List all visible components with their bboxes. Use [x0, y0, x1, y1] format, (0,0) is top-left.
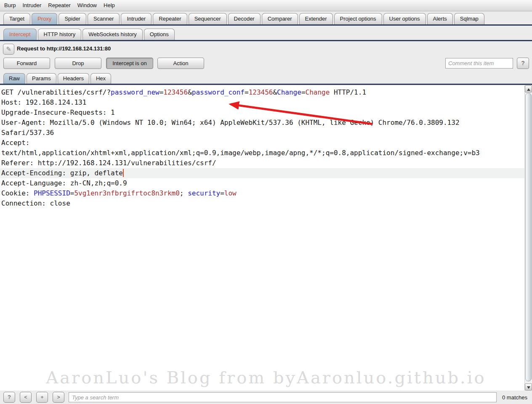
tab-decoder[interactable]: Decoder: [228, 13, 261, 24]
text-cursor: [123, 169, 124, 177]
menu-repeater[interactable]: Repeater: [45, 0, 74, 11]
tab-comparer[interactable]: Comparer: [262, 13, 298, 24]
search-input[interactable]: [69, 392, 497, 402]
request-line[interactable]: Referer: http://192.168.124.131/vulnerab…: [0, 158, 524, 168]
request-text-segment: security: [188, 189, 220, 197]
tab-http-history[interactable]: HTTP history: [38, 29, 82, 40]
forward-button[interactable]: Forward: [3, 58, 50, 69]
request-text-segment: Change: [277, 88, 301, 96]
tab-repeater[interactable]: Repeater: [153, 13, 187, 24]
matches-count-label: 0 matches: [502, 394, 527, 401]
request-text-segment: password_new: [111, 88, 160, 96]
request-text-segment: Accept-Language: zh-CN,zh;q=0.9: [1, 179, 127, 187]
menu-burp[interactable]: Burp: [1, 0, 19, 11]
search-help-button[interactable]: ?: [3, 392, 15, 403]
request-line[interactable]: Upgrade-Insecure-Requests: 1: [0, 108, 524, 118]
tab-headers[interactable]: Headers: [58, 73, 89, 84]
request-text-segment: PHPSESSID: [34, 189, 70, 197]
request-line[interactable]: Connection: close: [0, 198, 524, 209]
request-text-segment: Safari/537.36: [1, 129, 54, 137]
tab-proxy[interactable]: Proxy: [32, 13, 57, 24]
drop-button[interactable]: Drop: [55, 58, 101, 69]
request-text-segment: Accept-Encoding: gzip, deflate: [1, 169, 123, 177]
request-editor[interactable]: GET /vulnerabilities/csrf/?password_new=…: [0, 85, 524, 391]
request-text-segment: Host: 192.168.124.131: [1, 98, 86, 106]
request-line[interactable]: Safari/537.36: [0, 128, 524, 138]
search-case-button[interactable]: +: [36, 392, 48, 403]
menu-window[interactable]: Window: [74, 0, 100, 11]
tab-project-options[interactable]: Project options: [334, 13, 382, 24]
search-prev-button[interactable]: <: [20, 392, 32, 403]
edit-comment-button[interactable]: ✎: [3, 44, 14, 55]
tab-hex[interactable]: Hex: [90, 73, 111, 84]
scroll-up-button[interactable]: [525, 85, 532, 92]
request-text-segment: HTTP/1.1: [330, 88, 366, 96]
arrow-down-icon: [527, 386, 530, 389]
tab-websockets-history[interactable]: WebSockets history: [82, 29, 143, 40]
intercept-controls: Forward Drop Intercept is on Action ?: [0, 58, 532, 69]
message-tab-row: RawParamsHeadersHex: [0, 72, 532, 85]
search-bar: ? < + > 0 matches: [0, 391, 532, 404]
request-line[interactable]: Host: 192.168.124.131: [0, 98, 524, 108]
request-text-segment: 123456: [163, 88, 188, 96]
request-line[interactable]: Accept:: [0, 138, 524, 148]
request-text-segment: Accept:: [1, 139, 29, 147]
tab-sqlmap[interactable]: Sqlmap: [454, 13, 484, 24]
proxy-tab-row: InterceptHTTP historyWebSockets historyO…: [0, 26, 532, 41]
menu-help[interactable]: Help: [100, 0, 118, 11]
request-text-segment: Connection: close: [1, 199, 70, 207]
request-bar: ✎ Request to http://192.168.124.131:80: [0, 42, 532, 56]
request-text-segment: Upgrade-Insecure-Requests: 1: [1, 108, 115, 116]
request-line[interactable]: text/html,application/xhtml+xml,applicat…: [0, 148, 524, 158]
tab-target[interactable]: Target: [3, 13, 30, 24]
request-text-segment: password_conf: [192, 88, 245, 96]
menu-intruder[interactable]: Intruder: [19, 0, 45, 11]
tab-scanner[interactable]: Scanner: [88, 13, 120, 24]
menu-bar: BurpIntruderRepeaterWindowHelp: [0, 0, 532, 11]
tab-user-options[interactable]: User options: [383, 13, 426, 24]
scroll-down-button[interactable]: [525, 383, 532, 391]
request-text-segment: =: [220, 189, 224, 197]
request-line[interactable]: GET /vulnerabilities/csrf/?password_new=…: [0, 87, 524, 98]
scrollbar-thumb[interactable]: [525, 93, 532, 381]
help-button[interactable]: ?: [517, 58, 529, 69]
request-text-segment: &: [273, 88, 277, 96]
tab-alerts[interactable]: Alerts: [427, 13, 453, 24]
request-text-segment: text/html,application/xhtml+xml,applicat…: [1, 149, 480, 157]
request-text-segment: Referer: http://192.168.124.131/vulnerab…: [1, 159, 216, 167]
request-text-segment: Cookie:: [1, 189, 34, 197]
request-text-segment: ;: [180, 189, 188, 197]
request-text-segment: =: [301, 88, 306, 96]
tab-sequencer[interactable]: Sequencer: [189, 13, 227, 24]
tab-raw[interactable]: Raw: [3, 73, 25, 84]
tab-intercept[interactable]: Intercept: [3, 29, 37, 40]
request-text-segment: 5vg1enr3nfbrgifrtoc8n3rkm0: [74, 189, 179, 197]
request-text-segment: low: [224, 189, 237, 197]
request-line[interactable]: Cookie: PHPSESSID=5vg1enr3nfbrgifrtoc8n3…: [0, 188, 524, 198]
comment-input[interactable]: [445, 58, 513, 69]
request-text-segment: Change: [306, 88, 330, 96]
arrow-up-icon: [527, 88, 530, 91]
request-text-segment: =: [245, 88, 249, 96]
request-text-segment: GET /vulnerabilities/csrf/?: [1, 88, 111, 96]
tab-params[interactable]: Params: [27, 73, 56, 84]
request-text-segment: User-Agent: Mozilla/5.0 (Windows NT 10.0…: [1, 119, 460, 127]
tab-intruder[interactable]: Intruder: [121, 13, 152, 24]
request-text-segment: =: [160, 88, 164, 96]
vertical-scrollbar[interactable]: [524, 85, 532, 391]
main-tab-row: TargetProxySpiderScannerIntruderRepeater…: [0, 12, 532, 26]
request-line[interactable]: User-Agent: Mozilla/5.0 (Windows NT 10.0…: [0, 118, 524, 128]
search-next-button[interactable]: >: [53, 392, 64, 403]
request-line[interactable]: Accept-Encoding: gzip, deflate: [0, 168, 524, 178]
intercept-toggle-button[interactable]: Intercept is on: [106, 58, 153, 69]
tab-extender[interactable]: Extender: [299, 13, 333, 24]
tab-spider[interactable]: Spider: [59, 13, 86, 24]
action-button[interactable]: Action: [157, 58, 204, 69]
request-text-segment: =: [70, 189, 74, 197]
request-text-segment: &: [188, 88, 192, 96]
tab-options[interactable]: Options: [144, 29, 175, 40]
pencil-icon: ✎: [6, 45, 11, 53]
request-line[interactable]: Accept-Language: zh-CN,zh;q=0.9: [0, 178, 524, 188]
burp-suite-window: BurpIntruderRepeaterWindowHelp TargetPro…: [0, 0, 532, 404]
request-text-segment: 123456: [249, 88, 273, 96]
